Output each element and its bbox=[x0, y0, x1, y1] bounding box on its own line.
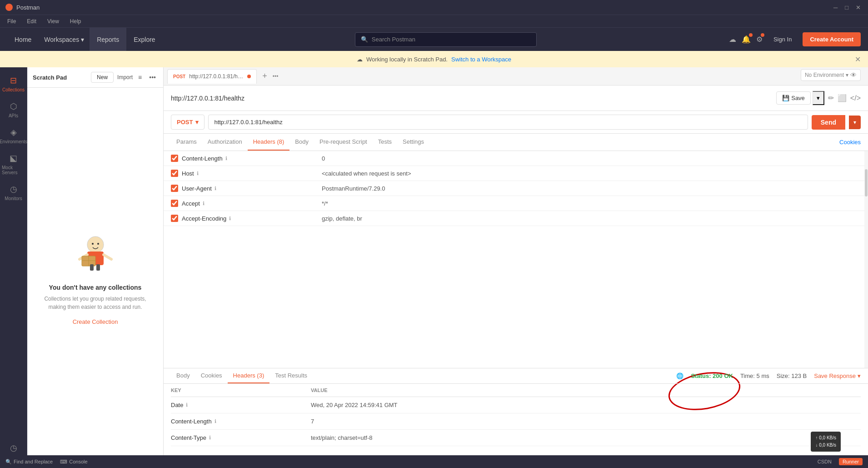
sidebar-label-apis: APIs bbox=[9, 113, 18, 118]
resp-val-content-length: 7 bbox=[311, 418, 861, 425]
sidebar-item-environments[interactable]: ◈ Environments bbox=[0, 123, 27, 149]
info-icon[interactable]: ℹ bbox=[215, 418, 216, 424]
save-icon: 💾 bbox=[782, 95, 789, 101]
console-link[interactable]: ⌨ Console bbox=[60, 459, 87, 465]
signin-button[interactable]: Sign In bbox=[768, 33, 797, 45]
code-button[interactable]: </> bbox=[850, 94, 861, 102]
maximize-button[interactable]: □ bbox=[843, 4, 850, 11]
tab-more-button[interactable]: ••• bbox=[273, 73, 279, 80]
tab-params[interactable]: Params bbox=[171, 134, 202, 151]
header-checkbox-user-agent[interactable] bbox=[171, 185, 178, 192]
copy-icon[interactable]: ⬜ bbox=[838, 94, 847, 102]
svg-rect-9 bbox=[90, 264, 94, 271]
bell-icon[interactable]: 🔔 bbox=[742, 35, 751, 44]
info-icon[interactable]: ℹ bbox=[225, 156, 227, 161]
scrollbar-thumb[interactable] bbox=[865, 169, 868, 196]
info-icon[interactable]: ℹ bbox=[186, 402, 188, 408]
sidebar-item-collections[interactable]: ⊟ Collections bbox=[0, 71, 27, 97]
save-response-button[interactable]: Save Response ▾ bbox=[814, 372, 861, 379]
create-collection-link[interactable]: Create Collection bbox=[73, 318, 118, 325]
resp-val-date: Wed, 20 Apr 2022 14:59:41 GMT bbox=[311, 402, 861, 408]
chevron-down-icon: ▾ bbox=[81, 36, 84, 43]
resp-tab-body[interactable]: Body bbox=[171, 368, 195, 383]
environment-selector[interactable]: No Environment ▾ 👁 bbox=[801, 69, 861, 81]
info-icon[interactable]: ℹ bbox=[209, 435, 211, 441]
banner-link[interactable]: Switch to a Workspace bbox=[451, 56, 511, 63]
resp-val-content-type: text/plain; charset=utf-8 bbox=[311, 434, 861, 441]
menu-edit[interactable]: Edit bbox=[25, 17, 38, 25]
menu-view[interactable]: View bbox=[45, 17, 61, 25]
empty-title: You don't have any collections bbox=[49, 284, 142, 291]
svg-point-2 bbox=[97, 243, 99, 245]
menu-file[interactable]: File bbox=[5, 17, 18, 25]
add-tab-button[interactable]: + bbox=[259, 70, 271, 83]
menu-help[interactable]: Help bbox=[68, 17, 83, 25]
url-input[interactable] bbox=[208, 115, 808, 130]
filter-button[interactable]: ≡ bbox=[136, 73, 144, 82]
sidebar-item-monitors[interactable]: ◷ Monitors bbox=[0, 180, 27, 206]
header-checkbox-content-length[interactable] bbox=[171, 155, 178, 162]
tab-url: http://127.0.0.1:81/hea bbox=[189, 73, 244, 80]
top-nav: Home Workspaces ▾ Reports Explore 🔍 Sear… bbox=[0, 27, 868, 51]
resp-key-content-type: Content-Type ℹ bbox=[171, 434, 307, 441]
edit-icon[interactable]: ✏ bbox=[828, 94, 834, 102]
create-account-button[interactable]: Create Account bbox=[803, 32, 861, 46]
cloud-icon[interactable]: ☁ bbox=[729, 35, 736, 44]
header-checkbox-accept[interactable] bbox=[171, 200, 178, 207]
header-value-accept-encoding: gzip, deflate, br bbox=[322, 215, 857, 222]
svg-rect-10 bbox=[96, 264, 100, 271]
cookies-link[interactable]: Cookies bbox=[839, 139, 861, 146]
table-row: Accept ℹ */* bbox=[164, 196, 864, 211]
window-controls[interactable]: ─ □ ✕ bbox=[832, 4, 863, 11]
tab-pre-request[interactable]: Pre-request Script bbox=[314, 134, 373, 151]
table-row: Content-Length ℹ 0 bbox=[164, 151, 864, 166]
send-dropdown-button[interactable]: ▾ bbox=[849, 116, 861, 129]
search-placeholder: Search Postman bbox=[372, 36, 415, 43]
sidebar-item-apis[interactable]: ⬡ APIs bbox=[0, 97, 27, 123]
chevron-down-icon: ▾ bbox=[846, 72, 848, 78]
tab-body[interactable]: Body bbox=[289, 134, 314, 151]
minimize-button[interactable]: ─ bbox=[832, 4, 839, 11]
resp-tab-test-results[interactable]: Test Results bbox=[269, 368, 313, 383]
settings-icon[interactable]: ⚙ bbox=[756, 35, 763, 44]
send-button[interactable]: Send bbox=[812, 115, 845, 130]
nav-workspaces[interactable]: Workspaces ▾ bbox=[39, 28, 90, 51]
header-checkbox-accept-encoding[interactable] bbox=[171, 215, 178, 222]
request-tab[interactable]: POST http://127.0.0.1:81/hea bbox=[167, 69, 257, 84]
nav-explore[interactable]: Explore bbox=[126, 28, 162, 51]
new-button[interactable]: New bbox=[91, 72, 114, 83]
tab-headers[interactable]: Headers (8) bbox=[248, 134, 290, 151]
resp-tab-cookies[interactable]: Cookies bbox=[195, 368, 228, 383]
tab-bar: POST http://127.0.0.1:81/hea + ••• bbox=[164, 67, 868, 86]
runner-button[interactable]: Runner bbox=[839, 458, 863, 465]
headers-content: Content-Length ℹ 0 Host ℹ <calculated wh… bbox=[164, 151, 864, 368]
chevron-down-icon: ▾ bbox=[858, 372, 861, 379]
info-icon[interactable]: ℹ bbox=[215, 186, 216, 191]
banner-close-icon[interactable]: ✕ bbox=[855, 55, 861, 64]
find-replace-link[interactable]: 🔍 Find and Replace bbox=[5, 459, 53, 465]
header-checkbox-host[interactable] bbox=[171, 170, 178, 177]
globe-icon: 🌐 bbox=[676, 372, 683, 379]
headers-scrollbar[interactable] bbox=[864, 151, 868, 368]
info-icon[interactable]: ℹ bbox=[203, 201, 205, 206]
svg-line-5 bbox=[104, 255, 111, 259]
save-button[interactable]: 💾 Save bbox=[776, 91, 811, 105]
nav-home[interactable]: Home bbox=[7, 28, 39, 51]
tab-method: POST bbox=[173, 74, 185, 79]
method-select[interactable]: POST ▾ bbox=[171, 115, 205, 130]
tab-tests[interactable]: Tests bbox=[373, 134, 397, 151]
resp-row-date: Date ℹ Wed, 20 Apr 2022 14:59:41 GMT bbox=[171, 397, 861, 413]
tab-authorization[interactable]: Authorization bbox=[202, 134, 248, 151]
tab-settings[interactable]: Settings bbox=[397, 134, 429, 151]
info-icon[interactable]: ℹ bbox=[229, 216, 231, 221]
more-options-button[interactable]: ••• bbox=[147, 73, 158, 82]
search-input[interactable]: 🔍 Search Postman bbox=[355, 32, 537, 47]
info-icon[interactable]: ℹ bbox=[197, 171, 199, 176]
sidebar-item-mock-servers[interactable]: ⬕ Mock Servers bbox=[0, 149, 27, 180]
close-button[interactable]: ✕ bbox=[854, 4, 863, 11]
import-button[interactable]: Import bbox=[117, 74, 133, 81]
nav-reports[interactable]: Reports bbox=[90, 28, 126, 51]
save-dropdown-button[interactable]: ▾ bbox=[813, 91, 824, 105]
environment-eye-button[interactable]: 👁 bbox=[850, 71, 857, 79]
resp-tab-headers[interactable]: Headers (3) bbox=[228, 368, 270, 383]
